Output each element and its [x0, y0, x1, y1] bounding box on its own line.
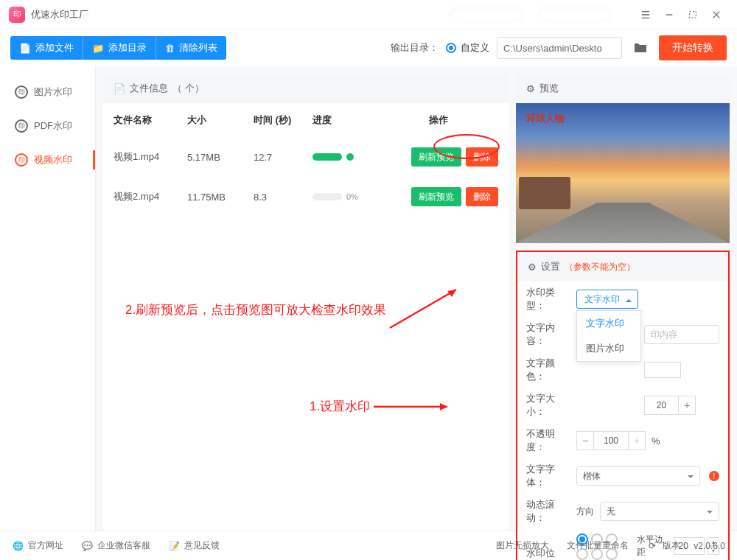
- content-label: 文字内容: [526, 321, 570, 348]
- cell-name: 视频2.mp4: [113, 190, 187, 203]
- progress-bar: [312, 153, 342, 161]
- settings-panel: ⚙ 设置 （参数不能为空） 水印类型 文字水印 文字水印 图片水印: [516, 251, 730, 560]
- opacity-label: 不透明度: [526, 427, 570, 454]
- output-path-text: C:\Users\admin\Deskto: [503, 43, 602, 54]
- titlebar-blurred-area: [450, 8, 612, 21]
- footer-feedback-link[interactable]: 📝 意见反馈: [168, 539, 220, 552]
- dropdown-option-image[interactable]: 图片水印: [577, 336, 640, 361]
- file-info-header: 📄 文件信息 （ 个）: [103, 74, 509, 103]
- size-label: 文字大小: [526, 392, 570, 419]
- setting-scroll-row: 动态滚动 方向 无: [517, 494, 728, 529]
- dropdown-menu: 文字水印 图片水印: [576, 310, 641, 362]
- spinner-minus-button[interactable]: −: [576, 431, 594, 450]
- cell-time: 8.3: [254, 192, 312, 203]
- minimize-icon[interactable]: [657, 3, 681, 27]
- arrow-icon: [386, 284, 467, 335]
- setting-size-row: 文字大小 20 +: [517, 388, 728, 423]
- footer-version[interactable]: ⟳ 版本： v2.0.6.0: [646, 539, 725, 552]
- cell-ops: 刷新预览 删除: [379, 187, 498, 206]
- refresh-preview-button[interactable]: 刷新预览: [411, 147, 461, 167]
- output-mode-label: 自定义: [461, 41, 489, 55]
- file-icon: 📄: [113, 83, 125, 94]
- start-label: 开始转换: [672, 41, 713, 55]
- dropdown-option-text[interactable]: 文字水印: [577, 311, 640, 336]
- color-picker[interactable]: [644, 362, 681, 378]
- file-icon: 📄: [19, 43, 31, 54]
- col-progress-header: 进度: [312, 113, 379, 127]
- setting-opacity-row: 不透明度 − 100 + %: [517, 423, 728, 458]
- warning-icon: !: [709, 471, 719, 481]
- preview-image[interactable]: 环球人物: [516, 103, 730, 243]
- sidebar: 印 图片水印 印 PDF水印 印 视频水印: [0, 66, 96, 531]
- toolbar: 📄 添加文件 📁 添加目录 🗑 清除列表 输出目录： 自定义 C:\Users\…: [0, 29, 737, 66]
- footer-site-link[interactable]: 🌐 官方网址: [12, 539, 63, 552]
- sidebar-item-label: 视频水印: [34, 153, 72, 167]
- scroll-direction-select[interactable]: 无: [600, 502, 719, 521]
- scroll-label: 动态滚动: [526, 498, 570, 525]
- delete-row-button[interactable]: 删除: [466, 147, 498, 167]
- add-file-button[interactable]: 📄 添加文件: [10, 36, 83, 60]
- add-dir-label: 添加目录: [108, 41, 147, 55]
- spinner-plus-button[interactable]: +: [678, 396, 696, 415]
- output-mode-radio[interactable]: 自定义: [446, 41, 489, 55]
- gear-icon: ⚙: [528, 262, 537, 273]
- font-select[interactable]: 楷体: [576, 466, 700, 486]
- arrow-icon: [370, 399, 458, 414]
- browse-folder-button[interactable]: [629, 37, 652, 59]
- output-path-input[interactable]: C:\Users\admin\Deskto: [497, 37, 622, 59]
- sidebar-item-label: 图片水印: [34, 85, 72, 99]
- folder-icon: 📁: [92, 43, 104, 54]
- file-info-count: （ 个）: [172, 82, 204, 95]
- gear-icon: ⚙: [526, 83, 535, 94]
- version-value: v2.0.6.0: [694, 541, 725, 551]
- main: 印 图片水印 印 PDF水印 印 视频水印 📄 文件信息 （ 个） 文件名称 大…: [0, 66, 737, 531]
- sidebar-item-pdf-watermark[interactable]: 印 PDF水印: [0, 109, 95, 143]
- col-ops-header: 操作: [379, 113, 498, 127]
- clear-list-button[interactable]: 🗑 清除列表: [156, 36, 226, 60]
- settings-header: ⚙ 设置 （参数不能为空）: [517, 252, 728, 281]
- add-dir-button[interactable]: 📁 添加目录: [83, 36, 156, 60]
- spinner-plus-button[interactable]: +: [628, 431, 646, 450]
- sidebar-item-image-watermark[interactable]: 印 图片水印: [0, 75, 95, 109]
- spinner-value[interactable]: 20: [644, 396, 678, 415]
- annotation-text: 1.设置水印: [310, 398, 370, 415]
- footer-zoom-label: 图片无损放大: [496, 539, 549, 552]
- file-button-group: 📄 添加文件 📁 添加目录 🗑 清除列表: [10, 36, 226, 60]
- table-row: 视频1.mp4 5.17MB 12.7 刷新预览 删除: [103, 137, 509, 177]
- refresh-preview-button[interactable]: 刷新预览: [411, 187, 461, 206]
- maximize-icon[interactable]: [681, 3, 705, 27]
- footer-wechat-label: 企业微信客服: [97, 539, 150, 552]
- content: 📄 文件信息 （ 个） 文件名称 大小 时间 (秒) 进度 操作 视频1.mp4…: [96, 66, 737, 531]
- watermark-text-input[interactable]: 印内容: [644, 325, 719, 344]
- svg-rect-0: [690, 11, 696, 18]
- spinner-value[interactable]: 100: [594, 431, 628, 450]
- folder-icon: [633, 42, 648, 54]
- scroll-dir-label: 方向: [576, 505, 594, 518]
- sidebar-item-video-watermark[interactable]: 印 视频水印: [0, 143, 95, 177]
- feedback-icon: 📝: [168, 540, 180, 552]
- position-cell-tl[interactable]: [576, 533, 588, 545]
- scroll-dir-value: 无: [607, 505, 615, 518]
- watermark-type-dropdown[interactable]: 文字水印 文字水印 图片水印: [576, 290, 638, 309]
- file-info-title: 文件信息: [130, 82, 168, 95]
- footer-zoom-link[interactable]: 图片无损放大: [496, 539, 549, 552]
- close-icon[interactable]: [705, 3, 728, 27]
- cell-ops: 刷新预览 删除: [379, 147, 498, 167]
- opacity-spinner: − 100 +: [576, 431, 646, 450]
- menu-icon[interactable]: [634, 3, 657, 27]
- refresh-icon: ⟳: [646, 540, 658, 552]
- delete-row-button[interactable]: 删除: [466, 187, 498, 206]
- font-label: 文字字体: [526, 463, 570, 489]
- table-row: 视频2.mp4 11.75MB 8.3 0% 刷新预览 删除: [103, 177, 509, 217]
- start-convert-button[interactable]: 开始转换: [659, 35, 727, 60]
- app-title: 优速水印工厂: [31, 8, 88, 21]
- footer-wechat-link[interactable]: 💬 企业微信客服: [81, 539, 150, 552]
- col-name-header: 文件名称: [113, 113, 187, 127]
- wechat-icon: 💬: [81, 540, 93, 552]
- progress-text: 0%: [346, 192, 358, 201]
- version-label: 版本：: [663, 539, 689, 552]
- opacity-unit: %: [652, 435, 660, 447]
- footer-site-label: 官方网址: [28, 539, 63, 552]
- col-time-header: 时间 (秒): [254, 113, 312, 127]
- cell-size: 11.75MB: [187, 192, 254, 203]
